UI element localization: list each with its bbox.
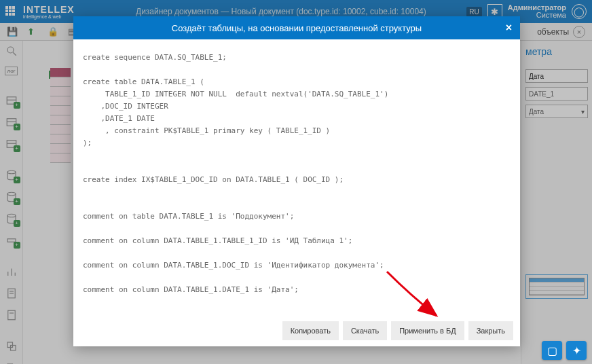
download-button[interactable]: Скачать	[343, 321, 387, 340]
sql-content[interactable]: create sequence DATA.SQ_TABLE_1; create …	[73, 39, 520, 315]
apply-db-button[interactable]: Применить в БД	[391, 321, 464, 340]
chat-fab-icon[interactable]: ▢	[542, 341, 562, 360]
modal-footer: Копировать Скачать Применить в БД Закрыт…	[73, 315, 520, 346]
sql-modal: Создаёт таблицы, на основании предоставл…	[73, 16, 520, 346]
modal-close-icon[interactable]: ×	[506, 22, 512, 34]
modal-header: Создаёт таблицы, на основании предоставл…	[73, 16, 520, 39]
idea-fab-icon[interactable]: ✦	[566, 341, 587, 360]
close-button[interactable]: Закрыть	[468, 321, 513, 340]
floating-actions: ▢ ✦	[542, 341, 587, 360]
modal-title: Создаёт таблицы, на основании предоставл…	[172, 23, 422, 33]
copy-button[interactable]: Копировать	[282, 321, 339, 340]
